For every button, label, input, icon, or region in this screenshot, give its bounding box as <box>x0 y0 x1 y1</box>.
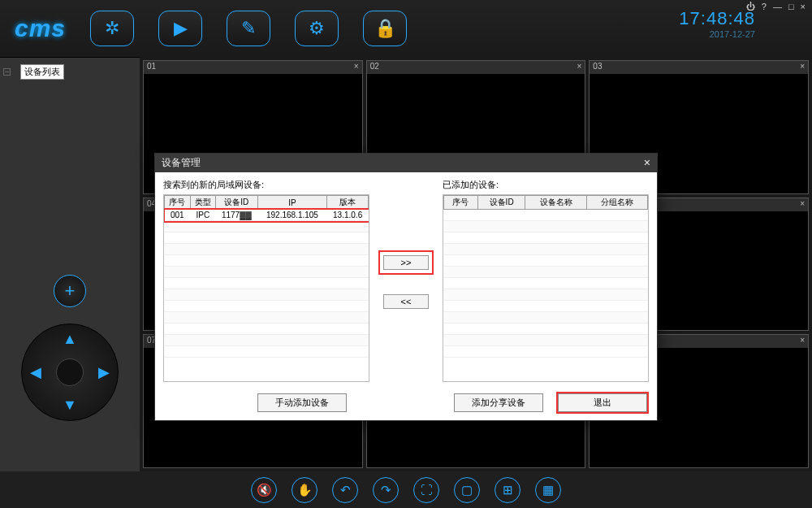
col-devid: 设备ID <box>477 196 525 210</box>
close-icon[interactable]: × <box>800 336 805 347</box>
found-devices-panel: 搜索到的新的局域网设备: 序号 类型 设备ID IP 版本 001 IPC <box>163 179 369 382</box>
cell-label: 02 <box>370 62 379 73</box>
added-devices-label: 已添加的设备: <box>443 179 649 191</box>
exit-button[interactable]: 退出 <box>558 393 647 412</box>
cell-label: 03 <box>593 62 602 73</box>
device-list-root[interactable]: 设备列表 <box>20 64 64 80</box>
close-window-icon[interactable]: × <box>799 2 807 11</box>
mute-icon[interactable]: 🔇 <box>251 477 277 503</box>
settings-icon[interactable]: ⚙ <box>295 11 339 46</box>
maximize-icon[interactable]: □ <box>787 2 796 11</box>
col-ip: IP <box>257 196 327 210</box>
transfer-buttons: >> << <box>378 179 434 382</box>
added-devices-panel: 已添加的设备: 序号 设备ID 设备名称 分组名称 <box>443 179 649 382</box>
dialog-footer: 手动添加设备 添加分享设备 退出 <box>155 389 657 420</box>
dpad-up-icon[interactable]: ▲ <box>63 331 77 348</box>
fullscreen-icon[interactable]: ⛶ <box>413 477 439 503</box>
dialog-title: 设备管理 <box>162 156 201 170</box>
add-share-button[interactable]: 添加分享设备 <box>454 393 543 412</box>
add-device-highlight: >> <box>380 252 432 273</box>
cell-label: 01 <box>147 62 156 73</box>
col-seq: 序号 <box>444 196 478 210</box>
dialog-body: 搜索到的新的局域网设备: 序号 类型 设备ID IP 版本 001 IPC <box>155 172 657 389</box>
minimize-icon[interactable]: — <box>771 2 784 11</box>
add-device-button[interactable]: >> <box>383 255 429 270</box>
close-icon[interactable]: × <box>800 62 805 73</box>
help-icon[interactable]: ? <box>760 2 768 11</box>
col-version: 版本 <box>327 196 369 210</box>
film-reel-icon[interactable]: ✲ <box>90 11 134 46</box>
found-devices-table[interactable]: 序号 类型 设备ID IP 版本 001 IPC 1177▓▓ 192.168.… <box>163 194 369 382</box>
grid-4-icon[interactable]: ⊞ <box>495 477 520 503</box>
bottom-toolbar: 🔇 ✋ ↶ ↷ ⛶ ▢ ⊞ ▦ <box>0 471 812 508</box>
close-icon[interactable]: × <box>800 199 805 211</box>
clock-date: 2017-12-27 <box>679 29 755 39</box>
single-view-icon[interactable]: ▢ <box>454 477 480 503</box>
hand-icon[interactable]: ✋ <box>292 477 317 503</box>
dpad-center[interactable] <box>56 358 84 386</box>
rotate-left-icon[interactable]: ↶ <box>332 477 358 503</box>
grid-9-icon[interactable]: ▦ <box>535 477 561 503</box>
top-bar: cms ✲ ▶ ✎ ⚙ 🔒 17:48:48 2017-12-27 ⏻ ? — … <box>0 0 812 57</box>
device-manage-dialog: 设备管理 × 搜索到的新的局域网设备: 序号 类型 设备ID IP 版本 001 <box>154 153 658 421</box>
dpad-right-icon[interactable]: ▶ <box>98 363 110 381</box>
col-seq: 序号 <box>165 196 191 210</box>
dpad: ▲ ▼ ◀ ▶ <box>21 323 119 421</box>
remove-device-button[interactable]: << <box>383 294 429 309</box>
added-devices-table[interactable]: 序号 设备ID 设备名称 分组名称 <box>443 194 649 382</box>
dpad-left-icon[interactable]: ◀ <box>30 363 41 381</box>
power-icon[interactable]: ⏻ <box>745 2 757 11</box>
close-icon[interactable]: × <box>577 62 581 73</box>
table-row[interactable]: 001 IPC 1177▓▓ 192.168.1.105 13.1.0.6 <box>165 210 369 221</box>
dialog-titlebar: 设备管理 × <box>155 154 657 172</box>
add-button[interactable]: + <box>54 275 86 307</box>
col-group: 分组名称 <box>586 196 647 210</box>
play-icon[interactable]: ▶ <box>158 11 202 46</box>
rotate-right-icon[interactable]: ↷ <box>373 477 399 503</box>
close-icon[interactable]: × <box>354 62 359 73</box>
clock: 17:48:48 2017-12-27 <box>679 8 755 39</box>
sidebar: 设备列表 + ▲ ▼ ◀ ▶ <box>0 57 140 471</box>
app-logo: cms <box>15 15 66 42</box>
col-devid: 设备ID <box>216 196 258 210</box>
col-devname: 设备名称 <box>525 196 586 210</box>
col-type: 类型 <box>190 196 216 210</box>
dialog-close-icon[interactable]: × <box>644 156 650 170</box>
dpad-down-icon[interactable]: ▼ <box>63 397 77 414</box>
edit-icon[interactable]: ✎ <box>227 11 270 46</box>
found-devices-label: 搜索到的新的局域网设备: <box>163 179 369 191</box>
tree-collapse-icon[interactable] <box>3 68 11 76</box>
lock-icon[interactable]: 🔒 <box>363 11 407 46</box>
top-toolbar: ✲ ▶ ✎ ⚙ 🔒 <box>90 11 407 46</box>
window-controls: ⏻ ? — □ × <box>745 2 807 11</box>
manual-add-button[interactable]: 手动添加设备 <box>257 393 347 412</box>
